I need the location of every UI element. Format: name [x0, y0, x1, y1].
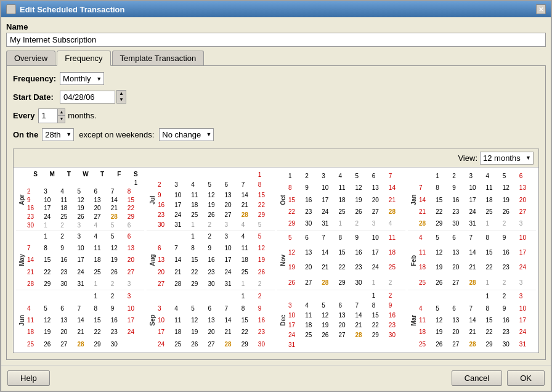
- may-section: May 123456 78910111213 14151617181920 21…: [16, 231, 144, 291]
- dec-label: Dec: [277, 290, 288, 350]
- except-select-wrap: No change: [159, 128, 214, 141]
- start-date-input[interactable]: [60, 91, 115, 104]
- calendar-group-3: Oct 1234567 891011121314 15161718192021 …: [277, 170, 405, 350]
- jan-section: Jan 123456 78910111213 14151617181920 21…: [408, 170, 536, 231]
- jun-calendar: 123 45678910 11121314151617 181920212223…: [27, 290, 144, 350]
- name-section: Name: [6, 22, 546, 47]
- frequency-label: Frequency:: [13, 74, 56, 83]
- every-label: Every: [13, 111, 34, 120]
- mar-calendar: 123 45678910 11121314151617 181920212223…: [419, 290, 536, 350]
- jan-calendar: 123456 78910111213 14151617181920 212223…: [419, 170, 536, 230]
- jun-label: Jun: [16, 290, 27, 350]
- jul-calendar: 1 2345678 9101112131415 16171819202122 2…: [158, 170, 275, 230]
- start-date-row: Start Date: ▲ ▼: [13, 90, 539, 104]
- every-suffix: months.: [68, 111, 96, 120]
- mar-label: Mar: [408, 290, 419, 350]
- jul-section: Jul 1 2345678 9101112131415 161718192021…: [147, 170, 275, 231]
- titlebar: Edit Scheduled Transaction ✕: [1, 1, 551, 17]
- calendar-group-1: Apr SMTWTFS 1 2345678 9101112131415 1617…: [16, 170, 144, 350]
- oct-label: Oct: [277, 170, 288, 230]
- nov-section: Nov 567891011 12131415161718 19202122232…: [277, 231, 405, 291]
- on-the-label: On the: [13, 130, 38, 139]
- every-spinner[interactable]: ▲ ▼: [57, 109, 65, 123]
- tab-template[interactable]: Template Transaction: [112, 51, 205, 65]
- view-select[interactable]: 12 months 6 months 3 months: [480, 152, 534, 165]
- main-window: Edit Scheduled Transaction ✕ Name Overvi…: [0, 0, 552, 392]
- calendars-container: Apr SMTWTFS 1 2345678 9101112131415 1617…: [14, 168, 538, 353]
- except-select[interactable]: No change: [159, 128, 214, 141]
- except-label: except on weekends:: [79, 130, 154, 139]
- view-select-wrap: 12 months 6 months 3 months: [480, 152, 534, 165]
- jul-label: Jul: [147, 170, 158, 230]
- calendar-group-2: Jul 1 2345678 9101112131415 161718192021…: [147, 170, 275, 350]
- date-spinner[interactable]: ▲ ▼: [116, 90, 126, 104]
- jan-label: Jan: [408, 170, 419, 230]
- dec-section: Dec 12 3456789 10111213141516 1718192021…: [277, 290, 405, 350]
- sep-calendar: 12 3456789 10111213141516 17181920212223…: [158, 290, 275, 350]
- close-button[interactable]: ✕: [536, 4, 546, 14]
- tab-frequency[interactable]: Frequency: [57, 51, 110, 66]
- frequency-select-wrap: Monthly Weekly Daily: [60, 72, 104, 85]
- main-content: Name Overview Frequency Template Transac…: [1, 17, 551, 365]
- apr-section: Apr SMTWTFS 1 2345678 9101112131415 1617…: [16, 170, 144, 231]
- aug-section: Aug 12345 6789101112 13141516171819 2021…: [147, 231, 275, 291]
- tab-bar: Overview Frequency Template Transaction: [6, 51, 546, 66]
- apr-label: Apr: [16, 170, 27, 230]
- feb-calendar: 45678910 11121314151617 18192021222324 2…: [419, 231, 536, 290]
- feb-label: Feb: [408, 231, 419, 290]
- window-icon: [6, 4, 16, 14]
- bottom-bar: Help Cancel OK: [1, 365, 551, 391]
- on-the-select[interactable]: 28th: [42, 128, 74, 141]
- nov-calendar: 567891011 12131415161718 19202122232425 …: [288, 231, 405, 290]
- sep-section: Sep 12 3456789 10111213141516 1718192021…: [147, 290, 275, 350]
- view-label: View:: [458, 153, 477, 163]
- aug-label: Aug: [147, 231, 158, 290]
- mar-section: Mar 123 45678910 11121314151617 18192021…: [408, 290, 536, 350]
- apr-calendar: SMTWTFS 1 2345678 9101112131415 16171819…: [27, 170, 144, 230]
- nov-label: Nov: [277, 231, 288, 290]
- every-spin-wrap: ▲ ▼: [38, 108, 65, 123]
- feb-section: Feb 45678910 11121314151617 181920212223…: [408, 231, 536, 291]
- name-label: Name: [6, 22, 546, 31]
- date-wrap: ▲ ▼: [60, 90, 126, 104]
- every-row: Every ▲ ▼ months.: [13, 108, 539, 123]
- view-bar: View: 12 months 6 months 3 months: [14, 149, 538, 168]
- aug-calendar: 12345 6789101112 13141516171819 20212223…: [158, 231, 275, 290]
- calendar-group-4: Jan 123456 78910111213 14151617181920 21…: [408, 170, 536, 350]
- may-label: May: [16, 231, 27, 290]
- oct-section: Oct 1234567 891011121314 15161718192021 …: [277, 170, 405, 231]
- frequency-select[interactable]: Monthly Weekly Daily: [60, 72, 104, 85]
- on-the-select-wrap: 28th: [42, 128, 74, 141]
- name-input[interactable]: [6, 33, 546, 47]
- tab-content-frequency: Frequency: Monthly Weekly Daily Start Da…: [6, 66, 546, 360]
- jun-section: Jun 123 45678910 11121314151617 18192021…: [16, 290, 144, 350]
- may-calendar: 123456 78910111213 14151617181920 212223…: [27, 231, 144, 290]
- action-buttons: Cancel OK: [452, 370, 545, 386]
- on-the-row: On the 28th except on weekends: No chang…: [13, 128, 539, 141]
- dec-calendar: 12 3456789 10111213141516 17181920212223…: [288, 290, 405, 350]
- every-input[interactable]: [39, 110, 57, 121]
- calendar-section: View: 12 months 6 months 3 months: [13, 149, 539, 353]
- sep-label: Sep: [147, 290, 158, 350]
- tab-overview[interactable]: Overview: [6, 51, 55, 65]
- frequency-row: Frequency: Monthly Weekly Daily: [13, 72, 539, 85]
- ok-button[interactable]: OK: [507, 370, 545, 386]
- window-title: Edit Scheduled Transaction: [20, 5, 124, 14]
- cancel-button[interactable]: Cancel: [452, 370, 502, 386]
- start-date-label: Start Date:: [13, 92, 56, 102]
- oct-calendar: 1234567 891011121314 15161718192021 2223…: [288, 170, 405, 230]
- help-button[interactable]: Help: [7, 370, 50, 386]
